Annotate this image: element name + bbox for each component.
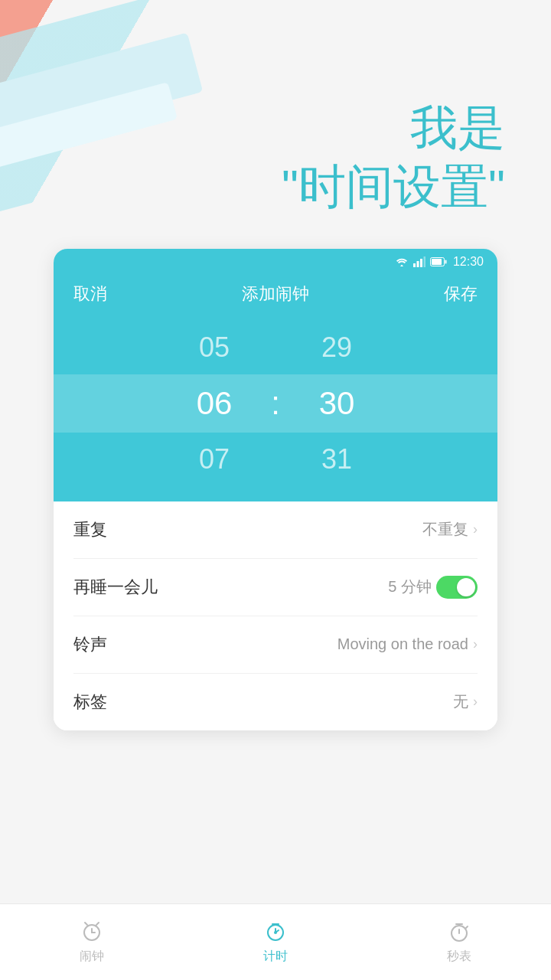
time-colon-2: :	[260, 443, 291, 475]
status-bar: 12:30	[54, 249, 497, 275]
setting-label-repeat: 重复	[73, 518, 107, 541]
time-hour-1: 06	[168, 385, 260, 422]
time-picker: 05 : 29 06 : 30 07 : 31	[54, 321, 497, 501]
time-row-1[interactable]: 06 : 30	[54, 374, 497, 433]
settings-section: 重复 不重复 › 再睡一会儿 5 分钟 铃声 Moving on the roa…	[54, 501, 497, 730]
signal-icon	[413, 256, 425, 267]
setting-row-tag[interactable]: 标签 无 ›	[73, 674, 478, 730]
time-colon-0: :	[260, 332, 291, 364]
setting-row-snooze[interactable]: 再睡一会儿 5 分钟	[73, 559, 478, 616]
battery-icon	[430, 257, 447, 266]
svg-rect-2	[420, 259, 422, 267]
page-content: 我是 "时间设置"	[0, 0, 551, 980]
setting-row-ringtone[interactable]: 铃声 Moving on the road ›	[73, 616, 478, 674]
time-minute-0: 29	[291, 332, 383, 364]
time-colon-1: :	[260, 385, 291, 422]
setting-row-repeat[interactable]: 重复 不重复 ›	[73, 501, 478, 559]
alarm-header: 取消 添加闹钟 保存	[54, 275, 497, 321]
snooze-toggle[interactable]	[436, 576, 478, 599]
time-hour-2: 07	[168, 443, 260, 475]
setting-value-snooze-text: 5 分钟	[388, 577, 432, 597]
alarm-title: 添加闹钟	[242, 283, 309, 305]
status-icons	[395, 256, 447, 267]
time-row-2[interactable]: 07 : 31	[54, 433, 497, 486]
setting-label-snooze: 再睡一会儿	[73, 576, 158, 599]
setting-value-tag: 无 ›	[453, 691, 478, 712]
heading-area: 我是 "时间设置"	[0, 0, 551, 241]
time-minute-2: 31	[291, 443, 383, 475]
time-hour-0: 05	[168, 332, 260, 364]
time-minute-1: 30	[291, 385, 383, 422]
svg-rect-3	[423, 256, 425, 267]
setting-value-ringtone-text: Moving on the road	[337, 635, 468, 653]
heading-line1: 我是	[46, 100, 505, 156]
save-button[interactable]: 保存	[444, 283, 478, 305]
wifi-icon	[395, 256, 409, 267]
chevron-tag: ›	[473, 694, 478, 710]
svg-rect-1	[416, 261, 419, 267]
time-row-0[interactable]: 05 : 29	[54, 321, 497, 374]
setting-label-ringtone: 铃声	[73, 633, 107, 656]
svg-rect-0	[413, 263, 416, 267]
heading-line2: "时间设置"	[46, 156, 505, 218]
cancel-button[interactable]: 取消	[73, 283, 107, 305]
setting-value-repeat-text: 不重复	[422, 519, 468, 540]
setting-value-repeat: 不重复 ›	[422, 519, 478, 540]
setting-value-ringtone: Moving on the road ›	[337, 635, 478, 653]
chevron-ringtone: ›	[473, 636, 478, 652]
phone-card: 12:30 取消 添加闹钟 保存 05 : 29 06 : 30	[54, 249, 497, 730]
status-time: 12:30	[453, 255, 484, 269]
svg-rect-6	[432, 259, 442, 265]
setting-label-tag: 标签	[73, 691, 107, 714]
chevron-repeat: ›	[473, 521, 478, 537]
setting-value-snooze: 5 分钟	[388, 576, 478, 599]
time-rows: 05 : 29 06 : 30 07 : 31	[54, 321, 497, 486]
svg-rect-5	[445, 260, 446, 263]
setting-value-tag-text: 无	[453, 691, 468, 712]
